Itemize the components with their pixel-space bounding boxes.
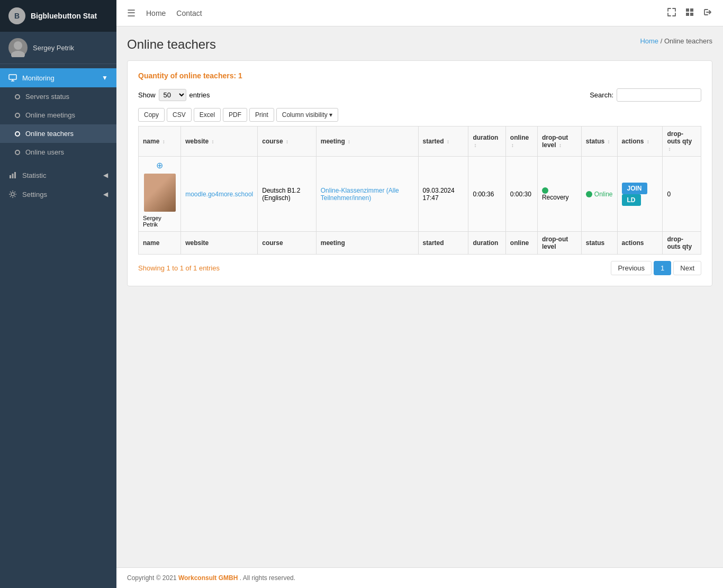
dot-icon — [15, 150, 20, 155]
foot-course: course — [258, 232, 316, 255]
avatar — [8, 38, 28, 57]
search-input[interactable] — [617, 88, 701, 102]
monitoring-chevron: ▼ — [102, 74, 108, 82]
entries-label: entries — [189, 91, 210, 99]
topbar-nav: Home Contact — [146, 9, 202, 17]
cell-started: 09.03.2024 17:47 — [418, 157, 468, 232]
next-button[interactable]: Next — [673, 261, 701, 275]
table-foot: name website course meeting started dura… — [139, 232, 701, 255]
table-controls: Show 50 10 25 100 entries Search: — [138, 88, 701, 102]
print-button[interactable]: Print — [249, 108, 274, 122]
status-circle-icon2 — [586, 191, 592, 197]
cell-online: 0:00:30 — [505, 157, 537, 232]
page-1-button[interactable]: 1 — [654, 261, 671, 275]
sidebar-item-settings[interactable]: Settings ◀ — [0, 185, 116, 204]
sidebar-item-online-users[interactable]: Online users — [0, 143, 116, 161]
search-bar: Search: — [590, 88, 701, 102]
dot-icon — [15, 113, 20, 118]
sidebar-item-monitoring[interactable]: Monitoring ▼ — [0, 68, 116, 87]
main-card: Quantity of online teachers: 1 Show 50 1… — [127, 60, 712, 286]
sidebar-item-statistic[interactable]: Statistic ◀ — [0, 166, 116, 185]
quantity-label: Quantity of online teachers: 1 — [138, 71, 701, 80]
th-duration[interactable]: duration ↕ — [468, 126, 505, 157]
footer-rights: . All rights reserved. — [240, 574, 295, 582]
entries-select[interactable]: 50 10 25 100 — [159, 89, 186, 101]
th-actions[interactable]: actions ↕ — [617, 126, 663, 157]
drop-out-level-text: Recovery — [542, 194, 569, 201]
cell-duration: 0:00:36 — [468, 157, 505, 232]
foot-status: status — [581, 232, 617, 255]
expand-icon[interactable]: ⊕ — [156, 160, 163, 170]
th-course[interactable]: course ↕ — [258, 126, 316, 157]
svg-point-8 — [11, 193, 14, 196]
meeting-link[interactable]: Online-Klassenzimmer (Alle Teilnehmer/in… — [321, 187, 399, 202]
pagination-info: Showing 1 to 1 of 1 entries — [138, 264, 220, 272]
svg-rect-2 — [9, 75, 16, 79]
svg-point-0 — [14, 41, 22, 50]
nav-home[interactable]: Home — [146, 9, 166, 17]
cell-website: moodle.go4more.school — [181, 157, 258, 232]
sidebar-item-online-teachers[interactable]: Online teachers — [0, 124, 116, 143]
fullscreen-icon[interactable] — [667, 7, 676, 19]
online-teachers-label: Online teachers — [25, 130, 74, 138]
pagination-btns: Previous 1 Next — [611, 261, 701, 275]
footer-copyright: Copyright © 2021 — [127, 574, 177, 582]
nav-contact[interactable]: Contact — [176, 9, 202, 17]
column-visibility-button[interactable]: Column visibility — [276, 108, 338, 122]
data-table: name ↕ website ↕ course ↕ meeting ↕ star… — [138, 126, 701, 255]
hamburger-icon[interactable]: ☰ — [127, 7, 135, 19]
status-online-text: Online — [586, 191, 613, 198]
content: Online teachers Home / Online teachers Q… — [116, 26, 723, 567]
sidebar: B Bigbluebutton Stat Sergey Petrik Monit… — [0, 0, 116, 588]
sidebar-item-servers-status[interactable]: Servers status — [0, 87, 116, 106]
join-button[interactable]: JOIN — [622, 183, 647, 194]
th-drop-out-level[interactable]: drop-outlevel ↕ — [537, 126, 581, 157]
app-name: Bigbluebutton Stat — [31, 12, 97, 20]
foot-meeting: meeting — [316, 232, 418, 255]
statistic-chevron: ◀ — [103, 171, 108, 179]
sidebar-nav: Monitoring ▼ Servers status Online meeti… — [0, 64, 116, 166]
website-link[interactable]: moodle.go4more.school — [185, 191, 253, 198]
svg-rect-10 — [690, 8, 693, 12]
sidebar-item-online-meetings[interactable]: Online meetings — [0, 106, 116, 124]
monitoring-icon — [8, 74, 17, 82]
footer-company[interactable]: Workconsult GMBH — [178, 574, 238, 582]
th-meeting[interactable]: meeting ↕ — [316, 126, 418, 157]
monitoring-label: Monitoring — [22, 74, 55, 82]
dot-icon — [15, 131, 20, 137]
breadcrumb-home[interactable]: Home — [640, 37, 658, 45]
svg-rect-7 — [14, 172, 16, 178]
th-name[interactable]: name ↕ — [139, 126, 181, 157]
grid-icon[interactable] — [685, 7, 694, 19]
breadcrumb-current: Online teachers — [664, 37, 712, 45]
svg-rect-5 — [10, 175, 11, 178]
csv-button[interactable]: CSV — [167, 108, 192, 122]
cell-course: Deutsch B1.2 (Englisch) — [258, 157, 316, 232]
copy-button[interactable]: Copy — [138, 108, 165, 122]
sidebar-username: Sergey Petrik — [33, 44, 74, 52]
svg-rect-6 — [12, 174, 14, 178]
breadcrumb-separator: / — [661, 37, 664, 45]
statistic-icon — [8, 171, 17, 179]
excel-button[interactable]: Excel — [194, 108, 221, 122]
th-website[interactable]: website ↕ — [181, 126, 258, 157]
th-started[interactable]: started ↕ — [418, 126, 468, 157]
ld-button[interactable]: LD — [622, 194, 641, 206]
th-drop-outs-qty[interactable]: drop-outs qty ↕ — [663, 126, 701, 157]
prev-button[interactable]: Previous — [611, 261, 652, 275]
sidebar-header: B Bigbluebutton Stat — [0, 0, 116, 32]
cell-actions: JOIN LD — [617, 157, 663, 232]
pdf-button[interactable]: PDF — [223, 108, 247, 122]
foot-actions: actions — [617, 232, 663, 255]
topbar-right — [667, 7, 712, 19]
th-status[interactable]: status ↕ — [581, 126, 617, 157]
th-online[interactable]: online ↕ — [505, 126, 537, 157]
statistic-label: Statistic — [22, 171, 47, 179]
main: ☰ Home Contact Online teachers Home / — [116, 0, 723, 588]
breadcrumb: Home / Online teachers — [640, 37, 712, 45]
foot-duration: duration — [468, 232, 505, 255]
logout-icon[interactable] — [703, 7, 712, 19]
pagination-row: Showing 1 to 1 of 1 entries Previous 1 N… — [138, 261, 701, 275]
status-circle-icon — [542, 187, 548, 194]
topbar: ☰ Home Contact — [116, 0, 723, 26]
